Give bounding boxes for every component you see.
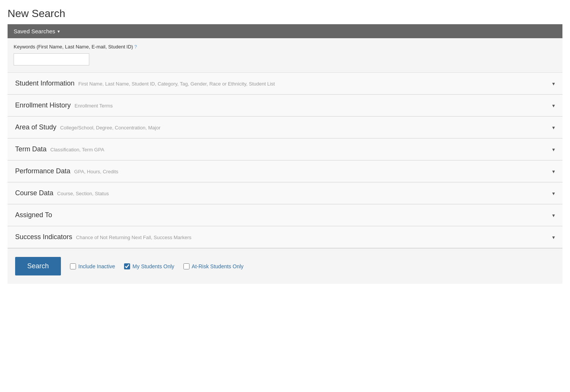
keywords-help-icon[interactable]: ? <box>134 44 137 50</box>
accordion-section-course-data: Course DataCourse, Section, Status▾ <box>8 182 562 204</box>
accordion-header-performance-data[interactable]: Performance DataGPA, Hours, Credits▾ <box>8 160 562 182</box>
accordion-chevron-assigned-to: ▾ <box>552 212 555 218</box>
accordion-section-enrollment-history: Enrollment HistoryEnrollment Terms▾ <box>8 95 562 117</box>
accordion-chevron-student-information: ▾ <box>552 81 555 87</box>
accordion-section-area-of-study: Area of StudyCollege/School, Degree, Con… <box>8 117 562 138</box>
accordion-chevron-performance-data: ▾ <box>552 168 555 174</box>
keywords-input[interactable] <box>14 53 89 65</box>
accordion-subtitle-area-of-study: College/School, Degree, Concentration, M… <box>60 125 160 131</box>
search-button[interactable]: Search <box>15 257 61 275</box>
accordion-subtitle-course-data: Course, Section, Status <box>57 191 109 196</box>
accordion-title-area-of-study: Area of Study <box>15 123 56 131</box>
at-risk-students-only-group[interactable]: At-Risk Students Only <box>183 263 244 269</box>
accordion-subtitle-performance-data: GPA, Hours, Credits <box>74 169 118 174</box>
accordion-header-success-indicators[interactable]: Success IndicatorsChance of Not Returnin… <box>8 226 562 248</box>
footer-bar: Search Include Inactive My Students Only… <box>8 248 562 284</box>
accordion-section-success-indicators: Success IndicatorsChance of Not Returnin… <box>8 226 562 248</box>
accordion-section-student-information: Student InformationFirst Name, Last Name… <box>8 73 562 95</box>
accordion-chevron-enrollment-history: ▾ <box>552 103 555 109</box>
accordion-header-area-of-study[interactable]: Area of StudyCollege/School, Degree, Con… <box>8 117 562 138</box>
saved-searches-chevron: ▾ <box>57 29 60 34</box>
accordion-title-performance-data: Performance Data <box>15 167 70 175</box>
page-title: New Search <box>8 8 562 20</box>
accordion-subtitle-student-information: First Name, Last Name, Student ID, Categ… <box>78 81 275 87</box>
accordion-title-student-information: Student Information <box>15 79 75 87</box>
accordion-title-term-data: Term Data <box>15 145 47 153</box>
accordion-subtitle-term-data: Classification, Term GPA <box>50 147 104 152</box>
accordion-header-term-data[interactable]: Term DataClassification, Term GPA▾ <box>8 138 562 160</box>
accordion-container: Student InformationFirst Name, Last Name… <box>8 73 562 248</box>
at-risk-students-only-checkbox[interactable] <box>183 263 189 269</box>
accordion-title-assigned-to: Assigned To <box>15 211 52 219</box>
accordion-header-assigned-to[interactable]: Assigned To▾ <box>8 204 562 226</box>
include-inactive-group[interactable]: Include Inactive <box>70 263 115 269</box>
at-risk-students-only-label: At-Risk Students Only <box>192 263 244 269</box>
include-inactive-checkbox[interactable] <box>70 263 76 269</box>
accordion-chevron-area-of-study: ▾ <box>552 124 555 131</box>
saved-searches-label: Saved Searches <box>14 28 55 34</box>
saved-searches-bar[interactable]: Saved Searches ▾ <box>8 24 562 38</box>
keywords-section: Keywords (First Name, Last Name, E-mail,… <box>8 38 562 73</box>
my-students-only-checkbox[interactable] <box>124 263 130 269</box>
accordion-header-student-information[interactable]: Student InformationFirst Name, Last Name… <box>8 73 562 94</box>
my-students-only-label: My Students Only <box>132 263 174 269</box>
accordion-subtitle-enrollment-history: Enrollment Terms <box>75 103 113 109</box>
accordion-header-enrollment-history[interactable]: Enrollment HistoryEnrollment Terms▾ <box>8 95 562 116</box>
accordion-title-enrollment-history: Enrollment History <box>15 101 71 109</box>
keywords-label: Keywords (First Name, Last Name, E-mail,… <box>14 44 556 50</box>
accordion-section-term-data: Term DataClassification, Term GPA▾ <box>8 138 562 160</box>
accordion-title-success-indicators: Success Indicators <box>15 233 72 241</box>
include-inactive-label: Include Inactive <box>78 263 115 269</box>
accordion-chevron-success-indicators: ▾ <box>552 234 555 240</box>
accordion-header-course-data[interactable]: Course DataCourse, Section, Status▾ <box>8 182 562 204</box>
accordion-subtitle-success-indicators: Chance of Not Returning Next Fall, Succe… <box>76 235 191 240</box>
accordion-section-assigned-to: Assigned To▾ <box>8 204 562 226</box>
accordion-chevron-course-data: ▾ <box>552 190 555 196</box>
my-students-only-group[interactable]: My Students Only <box>124 263 174 269</box>
accordion-section-performance-data: Performance DataGPA, Hours, Credits▾ <box>8 160 562 182</box>
page-container: New Search Saved Searches ▾ Keywords (Fi… <box>0 0 570 392</box>
accordion-title-course-data: Course Data <box>15 189 53 197</box>
accordion-chevron-term-data: ▾ <box>552 146 555 152</box>
